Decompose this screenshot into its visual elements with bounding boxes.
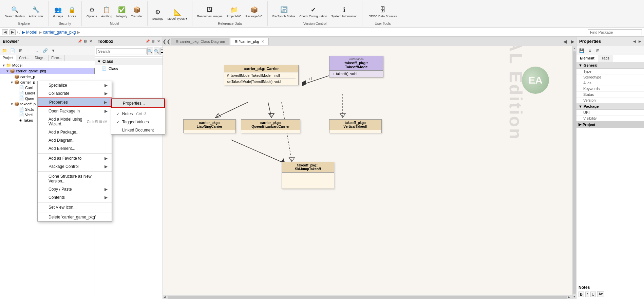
toolbox-pin-icon[interactable]: 📌 — [145, 39, 150, 44]
menu-package-control[interactable]: Package Control ▶ — [38, 162, 112, 171]
tree-item-model[interactable]: ▼ 📁 Model — [0, 63, 95, 68]
tab-project[interactable]: Project — [0, 55, 16, 61]
props-tab-tags[interactable]: Tags — [598, 55, 613, 62]
groups-button[interactable]: 👥 Groups — [52, 4, 65, 19]
toolbox-search-input[interactable] — [96, 48, 147, 54]
diagram-collapse-left[interactable]: ❮❮ — [163, 38, 170, 45]
vscroll-up-btn[interactable]: ▲ — [572, 46, 576, 51]
menu-open-package-in[interactable]: Open Package in ▶ — [38, 107, 112, 115]
toolbox-close-icon[interactable]: ✕ — [156, 39, 161, 44]
filter-button[interactable]: ▼ — [50, 47, 57, 54]
notes-italic-button[interactable]: I — [585, 292, 589, 297]
uml-interface-takeoffmode[interactable]: «interface» takeoff_pkg::TakeoffMode + t… — [329, 56, 383, 77]
toolbox-class-item[interactable]: 📄 Class — [95, 65, 163, 72]
transfer-button[interactable]: 📦 Transfer — [130, 4, 144, 19]
menu-copy-paste[interactable]: Copy / Paste ▶ — [38, 185, 112, 193]
tab-carrier-pkg-class[interactable]: ⊞ carrier_pkg. Class Diagram — [171, 38, 229, 45]
props-general-section[interactable]: ▼ General — [576, 62, 644, 69]
new-file-button[interactable]: 📄 — [9, 47, 16, 54]
notes-underline-button[interactable]: U — [590, 292, 596, 297]
menu-delete-carrier[interactable]: Delete 'carrier_game_pkg' — [38, 213, 112, 221]
menu-add-diagram[interactable]: Add Diagram... — [38, 136, 112, 144]
administer-button[interactable]: 🔧 Administer — [27, 4, 45, 19]
uml-class-carrier[interactable]: carrier_pkg::Carrier # takeoffMode: Take… — [224, 65, 299, 85]
scroll-track[interactable] — [168, 296, 567, 299]
menu-collaborate[interactable]: Collaborate ▶ — [38, 89, 112, 98]
submenu-properties-dots[interactable]: Properties... — [111, 99, 165, 108]
system-info-button[interactable]: ℹ System Information — [330, 4, 359, 19]
menu-add-favorite[interactable]: Add as Favorite to ▶ — [38, 154, 112, 162]
uml-class-vertical[interactable]: takeoff_pkg::VerticalTakeoff — [329, 119, 382, 133]
browser-menu-icon[interactable]: ⊟ — [82, 39, 88, 44]
vscroll-down-btn[interactable]: ▼ — [572, 295, 576, 299]
uml-class-liaoning[interactable]: carrier_pkg::LiaoNingCarrier — [183, 119, 236, 133]
locks-button[interactable]: 🔒 Locks — [66, 4, 78, 19]
props-nav-left[interactable]: ◀ — [632, 39, 637, 44]
project-vc-button[interactable]: 📁 Project-VC — [225, 4, 243, 19]
vscroll-track[interactable] — [573, 51, 576, 294]
auditing-button[interactable]: 📋 Auditing — [100, 4, 114, 19]
link-button[interactable]: 🔗 — [41, 47, 49, 54]
toolbox-search-more-button[interactable]: 🔍 — [154, 48, 159, 55]
props-tab-element[interactable]: Element — [576, 55, 598, 62]
menu-contents[interactable]: Contents ▶ — [38, 193, 112, 201]
tab-cont[interactable]: Cont... — [16, 55, 32, 61]
grid-view-button[interactable]: ⊞ — [17, 47, 24, 54]
notes-color-button[interactable]: A▾ — [597, 291, 604, 297]
menu-add-package[interactable]: Add a Package... — [38, 128, 112, 136]
tab-diagr[interactable]: Diagr... — [32, 55, 49, 61]
diagram-vscrollbar[interactable]: ▲ ▼ — [572, 46, 576, 299]
submenu-tagged-values[interactable]: ✓ Tagged Values — [111, 118, 165, 126]
menu-specialize[interactable]: Specialize ▶ — [38, 81, 112, 89]
down-button[interactable]: ↓ — [33, 47, 41, 54]
browser-pin-icon[interactable]: 📌 — [77, 39, 82, 44]
find-package-input[interactable] — [588, 29, 642, 35]
settings-button[interactable]: ⚙ Settings — [151, 6, 165, 21]
menu-add-model-wizard[interactable]: Add a Model using Wizard... Ctrl+Shift+M — [38, 115, 112, 128]
toolbox-menu-icon[interactable]: ⊟ — [150, 39, 156, 44]
menu-properties[interactable]: Properties ▶ Properties... ✓ Notes Ctrl+… — [38, 98, 112, 107]
options-button[interactable]: ⚙ Options — [85, 4, 98, 19]
menu-clone-structure[interactable]: Clone Structure as New Version... — [38, 172, 112, 185]
toolbox-class-section[interactable]: ▼ Class — [95, 58, 163, 65]
tab-elem[interactable]: Elem... — [49, 55, 65, 61]
tree-item-carrier-game-pkg[interactable]: ▼ 📦 carrier_game_pkg — [0, 68, 95, 74]
notes-bold-button[interactable]: B — [579, 292, 584, 297]
diagram-hscrollbar[interactable]: ◀ ▶ — [163, 295, 572, 299]
diagram-canvas[interactable]: +1 +1 car — [163, 46, 576, 299]
props-save-button[interactable]: 💾 — [578, 47, 585, 54]
props-nav-right[interactable]: ▶ — [637, 39, 643, 44]
uml-class-queen[interactable]: carrier_pkg::QueenElizarbardCarrier — [241, 119, 300, 133]
scroll-left-btn[interactable]: ◀ — [164, 296, 167, 299]
odbc-button[interactable]: 🗄 ODBC Data Sources — [367, 4, 398, 19]
submenu-notes[interactable]: ✓ Notes Ctrl+3 — [111, 110, 165, 118]
model-types-button[interactable]: 📐 Model Types ▾ — [166, 6, 188, 21]
submenu-linked-doc[interactable]: Linked Document — [111, 126, 165, 134]
diagram-nav-right[interactable]: ▶ — [569, 38, 576, 45]
new-folder-button[interactable]: 📁 — [1, 47, 8, 54]
props-grid-button[interactable]: ⊞ — [594, 47, 602, 54]
tab-carrier-pkg-active[interactable]: ⊞ *carrier_pkg ✕ — [230, 38, 268, 45]
re-synch-button[interactable]: 🔄 Re-Synch Status — [271, 4, 297, 19]
breadcrumb-model[interactable]: ▶ Model — [22, 30, 37, 35]
check-config-button[interactable]: ✔ Check Configuration — [298, 4, 328, 19]
diagram-tab-close-icon[interactable]: ✕ — [261, 39, 264, 44]
scroll-right-btn[interactable]: ▶ — [568, 296, 571, 299]
props-list-button[interactable]: ≡ — [586, 47, 593, 54]
integrity-button[interactable]: ✅ Integrity — [115, 4, 129, 19]
props-package-section[interactable]: ▼ Package — [576, 103, 644, 110]
breadcrumb-carrier-game-pkg[interactable]: carrier_game_pkg — [43, 30, 76, 35]
menu-add-element[interactable]: Add Element... — [38, 144, 112, 153]
search-portals-button[interactable]: 🔍 Search Portals — [3, 4, 26, 19]
diagram-nav-left[interactable]: ◀ — [561, 38, 569, 45]
menu-set-view-icon[interactable]: Set View Icon... — [38, 203, 112, 211]
back-button[interactable]: ◀ — [2, 29, 8, 35]
uml-class-skijump[interactable]: takeoff_pkg::SkiJumpTakeoff — [282, 162, 334, 189]
up-button[interactable]: ↑ — [25, 47, 33, 54]
package-vc-button[interactable]: 📦 Package-VC — [244, 4, 264, 19]
browser-close-icon[interactable]: ✕ — [88, 39, 93, 44]
tree-item-carrier-p1[interactable]: 📦 carrier_p — [0, 74, 95, 80]
props-project-section[interactable]: ▶ Project — [576, 121, 644, 128]
toolbox-search-button[interactable]: 🔍 — [147, 48, 153, 55]
forward-button[interactable]: ▶ — [10, 29, 16, 35]
